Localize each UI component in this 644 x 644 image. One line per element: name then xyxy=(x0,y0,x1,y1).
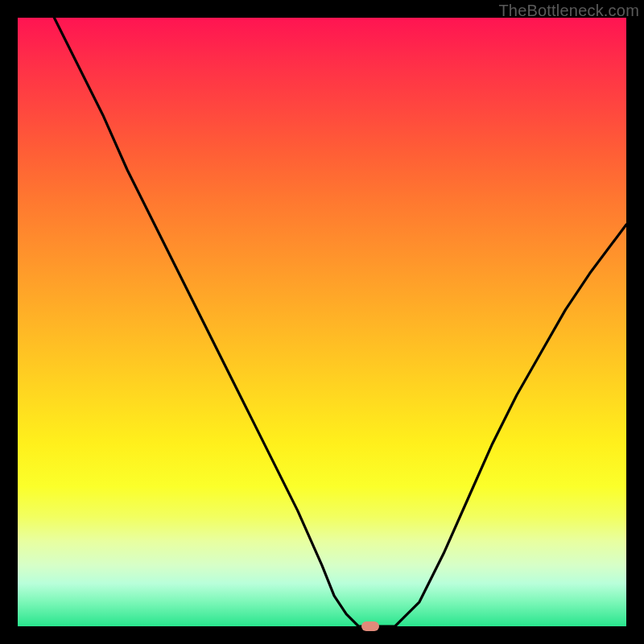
bottleneck-curve xyxy=(18,18,626,626)
chart-stage: TheBottleneck.com xyxy=(0,0,644,644)
optimal-marker xyxy=(361,621,379,631)
attribution-text: TheBottleneck.com xyxy=(498,2,639,20)
plot-area xyxy=(18,18,626,626)
